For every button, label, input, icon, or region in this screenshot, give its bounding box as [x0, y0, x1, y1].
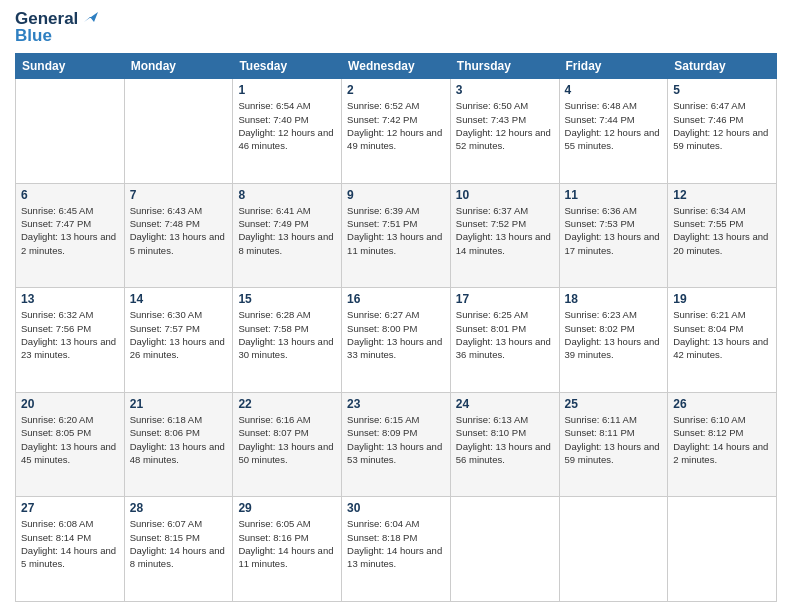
calendar-day-23: 23Sunrise: 6:15 AM Sunset: 8:09 PM Dayli…	[342, 392, 451, 497]
day-info: Sunrise: 6:16 AM Sunset: 8:07 PM Dayligh…	[238, 413, 336, 466]
calendar-day-13: 13Sunrise: 6:32 AM Sunset: 7:56 PM Dayli…	[16, 288, 125, 393]
calendar-day-2: 2Sunrise: 6:52 AM Sunset: 7:42 PM Daylig…	[342, 79, 451, 184]
calendar-week-row: 27Sunrise: 6:08 AM Sunset: 8:14 PM Dayli…	[16, 497, 777, 602]
day-info: Sunrise: 6:05 AM Sunset: 8:16 PM Dayligh…	[238, 517, 336, 570]
day-number: 9	[347, 188, 445, 202]
calendar-day-25: 25Sunrise: 6:11 AM Sunset: 8:11 PM Dayli…	[559, 392, 668, 497]
day-info: Sunrise: 6:11 AM Sunset: 8:11 PM Dayligh…	[565, 413, 663, 466]
day-number: 16	[347, 292, 445, 306]
day-number: 25	[565, 397, 663, 411]
day-number: 20	[21, 397, 119, 411]
weekday-header-thursday: Thursday	[450, 54, 559, 79]
weekday-header-sunday: Sunday	[16, 54, 125, 79]
day-info: Sunrise: 6:23 AM Sunset: 8:02 PM Dayligh…	[565, 308, 663, 361]
calendar-day-7: 7Sunrise: 6:43 AM Sunset: 7:48 PM Daylig…	[124, 183, 233, 288]
calendar-day-27: 27Sunrise: 6:08 AM Sunset: 8:14 PM Dayli…	[16, 497, 125, 602]
weekday-header-wednesday: Wednesday	[342, 54, 451, 79]
day-info: Sunrise: 6:39 AM Sunset: 7:51 PM Dayligh…	[347, 204, 445, 257]
day-number: 11	[565, 188, 663, 202]
day-info: Sunrise: 6:15 AM Sunset: 8:09 PM Dayligh…	[347, 413, 445, 466]
day-number: 27	[21, 501, 119, 515]
day-info: Sunrise: 6:43 AM Sunset: 7:48 PM Dayligh…	[130, 204, 228, 257]
calendar-day-10: 10Sunrise: 6:37 AM Sunset: 7:52 PM Dayli…	[450, 183, 559, 288]
day-info: Sunrise: 6:25 AM Sunset: 8:01 PM Dayligh…	[456, 308, 554, 361]
day-number: 6	[21, 188, 119, 202]
calendar-day-20: 20Sunrise: 6:20 AM Sunset: 8:05 PM Dayli…	[16, 392, 125, 497]
day-number: 7	[130, 188, 228, 202]
calendar-day-21: 21Sunrise: 6:18 AM Sunset: 8:06 PM Dayli…	[124, 392, 233, 497]
day-number: 29	[238, 501, 336, 515]
day-info: Sunrise: 6:36 AM Sunset: 7:53 PM Dayligh…	[565, 204, 663, 257]
calendar-week-row: 1Sunrise: 6:54 AM Sunset: 7:40 PM Daylig…	[16, 79, 777, 184]
day-info: Sunrise: 6:52 AM Sunset: 7:42 PM Dayligh…	[347, 99, 445, 152]
day-number: 21	[130, 397, 228, 411]
day-info: Sunrise: 6:48 AM Sunset: 7:44 PM Dayligh…	[565, 99, 663, 152]
calendar-day-3: 3Sunrise: 6:50 AM Sunset: 7:43 PM Daylig…	[450, 79, 559, 184]
day-number: 14	[130, 292, 228, 306]
logo: General Blue	[15, 10, 98, 45]
page-header: General Blue	[15, 10, 777, 45]
calendar-day-empty	[450, 497, 559, 602]
calendar-table: SundayMondayTuesdayWednesdayThursdayFrid…	[15, 53, 777, 602]
day-info: Sunrise: 6:20 AM Sunset: 8:05 PM Dayligh…	[21, 413, 119, 466]
day-info: Sunrise: 6:13 AM Sunset: 8:10 PM Dayligh…	[456, 413, 554, 466]
logo-blue: Blue	[15, 27, 52, 46]
day-number: 23	[347, 397, 445, 411]
day-number: 15	[238, 292, 336, 306]
calendar-day-11: 11Sunrise: 6:36 AM Sunset: 7:53 PM Dayli…	[559, 183, 668, 288]
calendar-day-17: 17Sunrise: 6:25 AM Sunset: 8:01 PM Dayli…	[450, 288, 559, 393]
day-info: Sunrise: 6:28 AM Sunset: 7:58 PM Dayligh…	[238, 308, 336, 361]
weekday-header-row: SundayMondayTuesdayWednesdayThursdayFrid…	[16, 54, 777, 79]
day-info: Sunrise: 6:18 AM Sunset: 8:06 PM Dayligh…	[130, 413, 228, 466]
calendar-day-6: 6Sunrise: 6:45 AM Sunset: 7:47 PM Daylig…	[16, 183, 125, 288]
weekday-header-friday: Friday	[559, 54, 668, 79]
day-number: 17	[456, 292, 554, 306]
day-number: 8	[238, 188, 336, 202]
weekday-header-monday: Monday	[124, 54, 233, 79]
day-number: 19	[673, 292, 771, 306]
day-number: 3	[456, 83, 554, 97]
calendar-day-4: 4Sunrise: 6:48 AM Sunset: 7:44 PM Daylig…	[559, 79, 668, 184]
day-number: 13	[21, 292, 119, 306]
calendar-day-26: 26Sunrise: 6:10 AM Sunset: 8:12 PM Dayli…	[668, 392, 777, 497]
calendar-day-8: 8Sunrise: 6:41 AM Sunset: 7:49 PM Daylig…	[233, 183, 342, 288]
day-number: 18	[565, 292, 663, 306]
calendar-day-29: 29Sunrise: 6:05 AM Sunset: 8:16 PM Dayli…	[233, 497, 342, 602]
calendar-day-12: 12Sunrise: 6:34 AM Sunset: 7:55 PM Dayli…	[668, 183, 777, 288]
day-info: Sunrise: 6:50 AM Sunset: 7:43 PM Dayligh…	[456, 99, 554, 152]
weekday-header-saturday: Saturday	[668, 54, 777, 79]
day-info: Sunrise: 6:37 AM Sunset: 7:52 PM Dayligh…	[456, 204, 554, 257]
day-number: 12	[673, 188, 771, 202]
day-number: 10	[456, 188, 554, 202]
day-info: Sunrise: 6:30 AM Sunset: 7:57 PM Dayligh…	[130, 308, 228, 361]
day-number: 22	[238, 397, 336, 411]
day-info: Sunrise: 6:27 AM Sunset: 8:00 PM Dayligh…	[347, 308, 445, 361]
day-info: Sunrise: 6:47 AM Sunset: 7:46 PM Dayligh…	[673, 99, 771, 152]
day-number: 5	[673, 83, 771, 97]
calendar-day-9: 9Sunrise: 6:39 AM Sunset: 7:51 PM Daylig…	[342, 183, 451, 288]
calendar-day-24: 24Sunrise: 6:13 AM Sunset: 8:10 PM Dayli…	[450, 392, 559, 497]
logo-container: General Blue	[15, 10, 98, 45]
calendar-day-19: 19Sunrise: 6:21 AM Sunset: 8:04 PM Dayli…	[668, 288, 777, 393]
calendar-day-28: 28Sunrise: 6:07 AM Sunset: 8:15 PM Dayli…	[124, 497, 233, 602]
calendar-day-5: 5Sunrise: 6:47 AM Sunset: 7:46 PM Daylig…	[668, 79, 777, 184]
day-number: 30	[347, 501, 445, 515]
day-info: Sunrise: 6:45 AM Sunset: 7:47 PM Dayligh…	[21, 204, 119, 257]
day-number: 28	[130, 501, 228, 515]
day-info: Sunrise: 6:54 AM Sunset: 7:40 PM Dayligh…	[238, 99, 336, 152]
day-info: Sunrise: 6:41 AM Sunset: 7:49 PM Dayligh…	[238, 204, 336, 257]
day-number: 26	[673, 397, 771, 411]
day-info: Sunrise: 6:10 AM Sunset: 8:12 PM Dayligh…	[673, 413, 771, 466]
calendar-week-row: 20Sunrise: 6:20 AM Sunset: 8:05 PM Dayli…	[16, 392, 777, 497]
calendar-day-empty	[668, 497, 777, 602]
day-info: Sunrise: 6:07 AM Sunset: 8:15 PM Dayligh…	[130, 517, 228, 570]
calendar-week-row: 6Sunrise: 6:45 AM Sunset: 7:47 PM Daylig…	[16, 183, 777, 288]
calendar-day-empty	[124, 79, 233, 184]
day-number: 4	[565, 83, 663, 97]
day-info: Sunrise: 6:34 AM Sunset: 7:55 PM Dayligh…	[673, 204, 771, 257]
day-info: Sunrise: 6:21 AM Sunset: 8:04 PM Dayligh…	[673, 308, 771, 361]
day-number: 24	[456, 397, 554, 411]
day-info: Sunrise: 6:32 AM Sunset: 7:56 PM Dayligh…	[21, 308, 119, 361]
svg-marker-0	[84, 12, 98, 22]
day-number: 2	[347, 83, 445, 97]
